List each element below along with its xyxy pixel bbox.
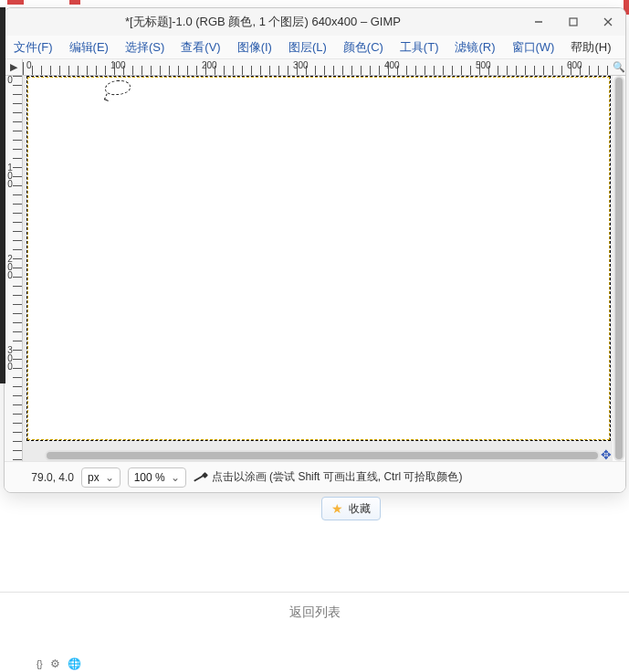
menu-view[interactable]: 查看(V): [177, 37, 224, 58]
menu-filters[interactable]: 滤镜(R): [451, 37, 498, 58]
window-title: *[无标题]-1.0 (RGB 颜色, 1 个图层) 640x400 – GIM…: [5, 14, 521, 30]
maximize-button[interactable]: [556, 8, 591, 36]
menu-file[interactable]: 文件(F): [10, 37, 57, 58]
close-button[interactable]: [591, 8, 625, 36]
ruler-corner-icon[interactable]: ▶: [5, 59, 23, 76]
ruler-v-label: 300: [6, 346, 14, 371]
unit-value: px: [88, 471, 100, 484]
favorite-label: 收藏: [349, 501, 371, 517]
status-hint-text: 点击以涂画 (尝试 Shift 可画出直线, Ctrl 可拾取颜色): [212, 469, 463, 485]
braces-icon: {}: [37, 659, 43, 669]
menu-edit[interactable]: 编辑(E): [66, 37, 112, 58]
zoom-dropdown[interactable]: 100 % ⌄: [128, 467, 186, 488]
canvas-area[interactable]: ✥: [23, 76, 613, 461]
navigation-icon[interactable]: ✥: [600, 448, 613, 461]
menu-colors[interactable]: 颜色(C): [340, 37, 387, 58]
ruler-v-label: 0: [6, 76, 14, 84]
canvas-row: 0 100 200 300 ✥: [5, 76, 625, 461]
svg-rect-1: [570, 18, 577, 26]
zoom-value: 100 %: [134, 471, 165, 484]
lasso-selection: [104, 79, 131, 97]
ruler-v-label: 200: [6, 255, 14, 279]
ruler-h-label: 600: [567, 60, 582, 70]
status-bar: 79.0, 4.0 px ⌄ 100 % ⌄ 点击以涂画 (尝试 Shift 可…: [5, 461, 625, 492]
menu-bar: 文件(F) 编辑(E) 选择(S) 查看(V) 图像(I) 图层(L) 颜色(C…: [5, 36, 625, 59]
star-icon: ★: [331, 501, 343, 516]
ruler-vertical[interactable]: 0 100 200 300: [5, 76, 23, 461]
gear-icon[interactable]: ⚙: [50, 657, 60, 670]
ruler-h-label: 0: [26, 60, 32, 70]
titlebar[interactable]: *[无标题]-1.0 (RGB 颜色, 1 个图层) 640x400 – GIM…: [5, 8, 625, 36]
back-to-list-label: 返回列表: [289, 604, 341, 621]
chevron-down-icon: ⌄: [171, 471, 180, 484]
globe-icon[interactable]: 🌐: [68, 657, 81, 670]
ruler-horizontal-row: ▶ 0 100 200 300 400 500 600 🔍: [5, 59, 625, 76]
ruler-h-label: 300: [293, 60, 309, 70]
zoom-to-fit-icon[interactable]: 🔍: [613, 59, 625, 76]
minimize-button[interactable]: [521, 8, 556, 36]
ruler-h-label: 100: [110, 60, 126, 70]
menu-image[interactable]: 图像(I): [234, 37, 276, 58]
ruler-h-label: 200: [202, 60, 217, 70]
unit-dropdown[interactable]: px ⌄: [81, 467, 121, 488]
status-hint: 点击以涂画 (尝试 Shift 可画出直线, Ctrl 可拾取颜色): [194, 469, 463, 485]
favorite-button[interactable]: ★ 收藏: [321, 497, 381, 520]
gimp-window: *[无标题]-1.0 (RGB 颜色, 1 个图层) 640x400 – GIM…: [4, 7, 626, 493]
ruler-horizontal[interactable]: 0 100 200 300 400 500 600: [23, 59, 613, 76]
background-left-strip: [0, 7, 5, 383]
ruler-v-label: 100: [6, 163, 14, 188]
ruler-h-label: 400: [384, 60, 400, 70]
canvas-image[interactable]: [26, 76, 611, 441]
paintbrush-icon: [194, 471, 206, 484]
ruler-h-label: 500: [476, 60, 491, 70]
scrollbar-vertical[interactable]: [613, 76, 624, 461]
menu-windows[interactable]: 窗口(W): [508, 37, 559, 58]
background-top-strip: [0, 0, 629, 7]
chevron-down-icon: ⌄: [105, 471, 114, 484]
scrollbar-horizontal[interactable]: [45, 450, 600, 461]
back-to-list-link[interactable]: 返回列表: [0, 592, 629, 632]
page-footer-icons: {} ⚙ 🌐: [37, 656, 81, 672]
window-controls: [521, 8, 625, 36]
menu-tools[interactable]: 工具(T): [396, 37, 443, 58]
cursor-coordinates: 79.0, 4.0: [12, 471, 74, 484]
menu-layer[interactable]: 图层(L): [285, 37, 330, 58]
menu-help[interactable]: 帮助(H): [567, 37, 614, 58]
menu-select[interactable]: 选择(S): [121, 37, 168, 58]
